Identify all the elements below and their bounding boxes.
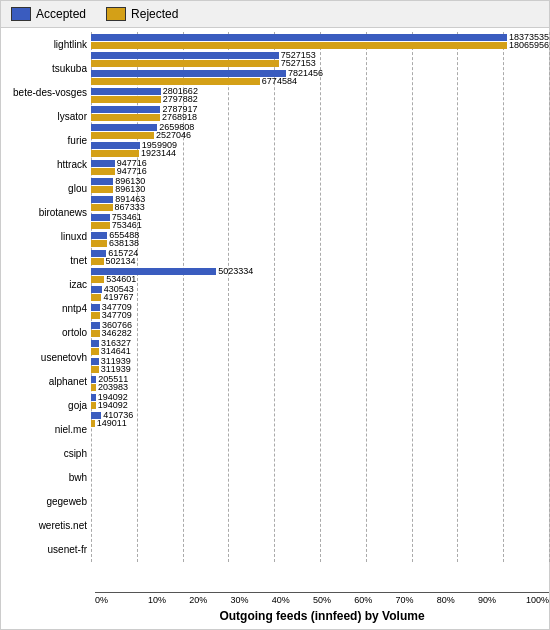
x-tick-label: 0% [95,595,136,605]
bar-rejected [91,60,279,67]
bar-row: 753461753461 [91,212,549,230]
bar-accepted [91,124,157,131]
bar-row: 316327314641 [91,338,549,356]
bar-rejected [91,96,161,103]
x-tick-label: 30% [219,595,260,605]
y-label: lightlink [9,35,87,53]
bar-rejected [91,402,96,409]
legend-accepted: Accepted [11,7,86,21]
bar-accepted [91,304,100,311]
bar-accepted [91,250,106,257]
y-label: birotanews [9,204,87,222]
bar-row: 410736149011 [91,410,549,428]
bar-row: 26598082527046 [91,122,549,140]
bar-row: 27879172768918 [91,104,549,122]
bar-accepted [91,70,286,77]
chart-area: lightlinktsukubabete-des-vosgeslysatorfu… [1,28,549,592]
bar-row: 205511203983 [91,374,549,392]
bar-rejected [91,276,104,283]
bar-rejected [91,384,96,391]
bar-value-rejected: 867333 [115,202,145,212]
bar-value-rejected: 947716 [117,166,147,176]
bar-rejected [91,132,154,139]
bar-value-rejected: 419767 [103,292,133,302]
bar-accepted [91,214,110,221]
bar-value-rejected: 2527046 [156,130,191,140]
bar-row: 5023334534601 [91,266,549,284]
y-label: tnet [9,252,87,270]
bar-accepted [91,376,96,383]
y-label: furie [9,131,87,149]
bar-accepted [91,88,161,95]
bar-accepted [91,394,96,401]
bar-rejected [91,366,99,373]
y-label: csiph [9,444,87,462]
bar-rejected [91,312,100,319]
x-tick-label: 80% [425,595,466,605]
y-label: ortolo [9,324,87,342]
bar-value-rejected: 2797882 [163,94,198,104]
x-axis-row: 0%10%20%30%40%50%60%70%80%90%100% [95,592,549,605]
bar-value-rejected: 347709 [102,310,132,320]
y-axis-labels: lightlinktsukubabete-des-vosgeslysatorfu… [1,32,91,562]
bar-rows: 1837353518065956752715375271537821456677… [91,32,549,562]
bar-value-rejected: 1923144 [141,148,176,158]
y-label: bete-des-vosges [9,83,87,101]
bar-rejected [91,168,115,175]
y-label: goja [9,396,87,414]
bar-rejected [91,150,139,157]
bar-row: 75271537527153 [91,50,549,68]
bars-section: 1837353518065956752715375271537821456677… [91,32,549,562]
bar-rejected [91,240,107,247]
bar-row: 360766346282 [91,320,549,338]
y-label: lysator [9,107,87,125]
bar-row: 194092194092 [91,392,549,410]
bar-value-rejected: 7527153 [281,58,316,68]
bar-value-rejected: 314641 [101,346,131,356]
bar-value-rejected: 896130 [115,184,145,194]
bar-rejected [91,258,104,265]
bottom-area: 0%10%20%30%40%50%60%70%80%90%100% Outgoi… [1,592,549,629]
x-tick-label: 20% [178,595,219,605]
x-tick-label: 40% [260,595,301,605]
bar-rejected [91,294,101,301]
bar-value-rejected: 194092 [98,400,128,410]
rejected-label: Rejected [131,7,178,21]
bar-accepted [91,232,107,239]
bar-row: 78214566774584 [91,68,549,86]
bar-rejected [91,420,95,427]
bar-row: 28016622797882 [91,86,549,104]
bar-rejected [91,78,260,85]
bar-rejected [91,222,110,229]
bar-value-rejected: 18065956 [509,40,549,50]
y-label: httrack [9,155,87,173]
y-label: izac [9,276,87,294]
bar-row: 896130896130 [91,176,549,194]
bar-accepted [91,142,140,149]
rejected-color-box [106,7,126,21]
x-tick-label: 100% [508,595,549,605]
bar-accepted [91,340,99,347]
bar-row: 1837353518065956 [91,32,549,50]
y-label: usenetovh [9,348,87,366]
bar-accepted [91,34,507,41]
bar-accepted [91,286,102,293]
x-tick-label: 60% [343,595,384,605]
bar-rejected [91,114,160,121]
accepted-color-box [11,7,31,21]
bar-rejected [91,348,99,355]
bar-row: 655488638138 [91,230,549,248]
bar-value-rejected: 203983 [98,382,128,392]
x-tick-label: 70% [384,595,425,605]
bar-row: 947716947716 [91,158,549,176]
bar-accepted [91,160,115,167]
y-label: tsukuba [9,59,87,77]
bar-accepted [91,178,113,185]
y-label: weretis.net [9,517,87,535]
bar-value-rejected: 753461 [112,220,142,230]
x-tick-label: 90% [466,595,507,605]
bar-rejected [91,42,507,49]
bar-row: 891463867333 [91,194,549,212]
y-label: bwh [9,468,87,486]
y-label: alphanet [9,372,87,390]
